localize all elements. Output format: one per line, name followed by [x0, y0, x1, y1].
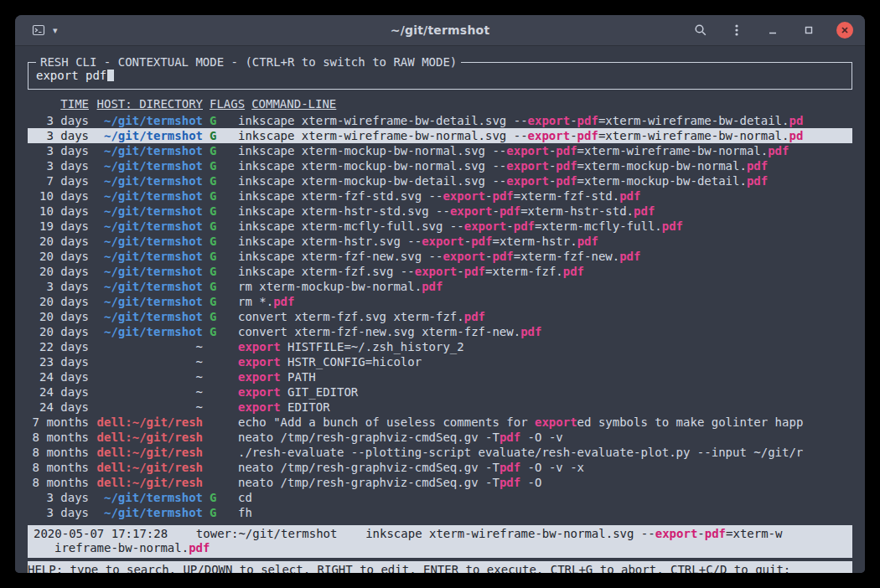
row-flags: G [210, 279, 231, 294]
row-host-dir: ~ [96, 369, 203, 384]
history-row[interactable]: 20 days~/git/termshotGinkscape xterm-fzf… [28, 249, 852, 264]
history-row[interactable]: 3 days~/git/termshotGcd [28, 490, 852, 505]
history-row[interactable]: 20 days~/git/termshotGconvert xterm-fzf-… [28, 324, 852, 339]
history-row[interactable]: 20 days~/git/termshotGinkscape xterm-hst… [28, 234, 852, 249]
row-time: 8 months [28, 460, 89, 475]
terminal-window: ▾ ~/git/termshot [15, 15, 865, 573]
history-row[interactable]: 3 days~/git/termshotGrm xterm-mockup-bw-… [28, 279, 852, 294]
row-command: inkscape xterm-wireframe-bw-normal.svg -… [238, 128, 852, 143]
history-row[interactable]: 10 days~/git/termshotGinkscape xterm-hst… [28, 204, 852, 219]
row-command: convert xterm-fzf.svg xterm-fzf.pdf [238, 309, 852, 324]
row-flags: G [210, 309, 231, 324]
row-command: inkscape xterm-mockup-bw-normal.svg --ex… [238, 143, 852, 158]
history-row[interactable]: 3 days~/git/termshotGinkscape xterm-mock… [28, 143, 852, 158]
row-command: neato /tmp/resh-graphviz-cmdSeq.gv -Tpdf… [238, 460, 852, 475]
history-row[interactable]: 24 days~export EDITOR [28, 400, 852, 415]
row-time: 10 days [28, 188, 89, 204]
row-host-dir: ~/git/termshot [96, 264, 203, 279]
row-time: 10 days [28, 204, 89, 219]
row-flags: G [210, 188, 231, 204]
row-host-dir: dell:~/git/resh [96, 445, 203, 460]
row-command: rm xterm-mockup-bw-normal.pdf [238, 279, 852, 294]
row-flags: G [210, 234, 231, 249]
row-host-dir: ~/git/termshot [96, 173, 203, 188]
history-row[interactable]: 20 days~/git/termshotGrm *.pdf [28, 294, 852, 309]
row-flags: G [210, 490, 231, 505]
search-query-text: export pdf [36, 69, 106, 82]
row-time: 23 days [28, 354, 89, 369]
row-command: neato /tmp/resh-graphviz-cmdSeq.gv -Tpdf… [238, 475, 852, 490]
history-row[interactable]: 3 days~/git/termshotGinkscape xterm-wire… [28, 113, 852, 128]
row-time: 19 days [28, 219, 89, 234]
row-host-dir: ~/git/termshot [96, 490, 203, 505]
row-flags [210, 445, 231, 460]
search-icon[interactable] [692, 22, 709, 39]
row-command: inkscape xterm-fzf.svg --export-pdf=xter… [238, 264, 852, 279]
history-row[interactable]: 20 days~/git/termshotGconvert xterm-fzf.… [28, 309, 852, 324]
row-host-dir: ~ [96, 400, 203, 415]
row-time: 20 days [28, 234, 89, 249]
row-host-dir: dell:~/git/resh [96, 430, 203, 445]
history-row[interactable]: 3 days~/git/termshotGfh [28, 505, 852, 520]
row-command: echo "Add a bunch of useless comments fo… [238, 415, 852, 430]
terminal-window-icon[interactable] [30, 22, 47, 39]
row-host-dir: ~/git/termshot [96, 294, 203, 309]
row-command: cd [238, 490, 852, 505]
row-host-dir: dell:~/git/resh [96, 475, 203, 490]
row-host-dir: ~/git/termshot [96, 219, 203, 234]
history-row[interactable]: 7 monthsdell:~/git/reshecho "Add a bunch… [28, 415, 852, 430]
row-flags [210, 475, 231, 490]
history-row[interactable]: 22 days~export HISTFILE=~/.zsh_history_2 [28, 339, 852, 354]
detail-line-2: ireframe-bw-normal.pdf [28, 541, 852, 555]
header-time: TIME [28, 96, 89, 111]
row-command: inkscape xterm-mockup-bw-normal.svg --ex… [238, 158, 852, 173]
row-command: export PATH [238, 369, 852, 384]
menu-kebab-icon[interactable] [728, 22, 745, 39]
row-flags [210, 354, 231, 369]
row-time: 20 days [28, 309, 89, 324]
row-time: 3 days [28, 490, 89, 505]
history-row[interactable]: 8 monthsdell:~/git/reshneato /tmp/resh-g… [28, 460, 852, 475]
row-command: inkscape xterm-fzf-new.svg --export-pdf=… [238, 249, 852, 264]
close-icon[interactable] [836, 22, 853, 39]
selected-entry-detail: 2020-05-07 17:17:28 tower:~/git/termshot… [28, 525, 852, 558]
history-row[interactable]: 7 days~/git/termshotGinkscape xterm-mock… [28, 173, 852, 188]
history-row[interactable]: 23 days~export HSTR_CONFIG=hicolor [28, 354, 852, 369]
row-flags: G [210, 113, 231, 128]
row-host-dir: ~/git/termshot [96, 158, 203, 173]
history-row[interactable]: 3 days~/git/termshotGinkscape xterm-mock… [28, 158, 852, 173]
row-command: inkscape xterm-mockup-bw-detail.svg --ex… [238, 173, 852, 188]
history-row[interactable]: 8 monthsdell:~/git/resh./resh-evaluate -… [28, 445, 852, 460]
row-host-dir: ~/git/termshot [96, 234, 203, 249]
history-row[interactable]: 20 days~/git/termshotGinkscape xterm-fzf… [28, 264, 852, 279]
row-flags: G [210, 264, 231, 279]
header-command-line: COMMAND-LINE [251, 96, 336, 111]
row-host-dir: ~ [96, 339, 203, 354]
row-time: 8 months [28, 445, 89, 460]
row-host-dir: ~/git/termshot [96, 128, 203, 143]
history-row[interactable]: 8 monthsdell:~/git/reshneato /tmp/resh-g… [28, 475, 852, 490]
row-flags [210, 384, 231, 400]
history-row[interactable]: 19 days~/git/termshotGinkscape xterm-mcf… [28, 219, 852, 234]
minimize-icon[interactable] [764, 22, 781, 39]
row-time: 20 days [28, 324, 89, 339]
history-rows: 3 days~/git/termshotGinkscape xterm-wire… [28, 113, 852, 520]
search-box[interactable]: RESH CLI - CONTEXTUAL MODE - (CTRL+R to … [28, 62, 852, 90]
history-row[interactable]: 24 days~export PATH [28, 369, 852, 384]
row-time: 3 days [28, 158, 89, 173]
header-flags: FLAGS [210, 96, 245, 111]
row-time: 3 days [28, 128, 89, 143]
row-command: export EDITOR [238, 400, 852, 415]
restore-icon[interactable] [800, 22, 817, 39]
row-time: 22 days [28, 339, 89, 354]
row-command: export GIT_EDITOR [238, 384, 852, 400]
history-row[interactable]: 8 monthsdell:~/git/reshneato /tmp/resh-g… [28, 430, 852, 445]
history-row[interactable]: 10 days~/git/termshotGinkscape xterm-fzf… [28, 188, 852, 204]
history-row[interactable]: 24 days~export GIT_EDITOR [28, 384, 852, 400]
history-row[interactable]: 3 days~/git/termshotGinkscape xterm-wire… [28, 128, 852, 143]
row-flags [210, 430, 231, 445]
dropdown-caret-icon[interactable]: ▾ [53, 26, 58, 35]
row-time: 20 days [28, 264, 89, 279]
row-command: rm *.pdf [238, 294, 852, 309]
titlebar[interactable]: ▾ ~/git/termshot [15, 15, 865, 46]
